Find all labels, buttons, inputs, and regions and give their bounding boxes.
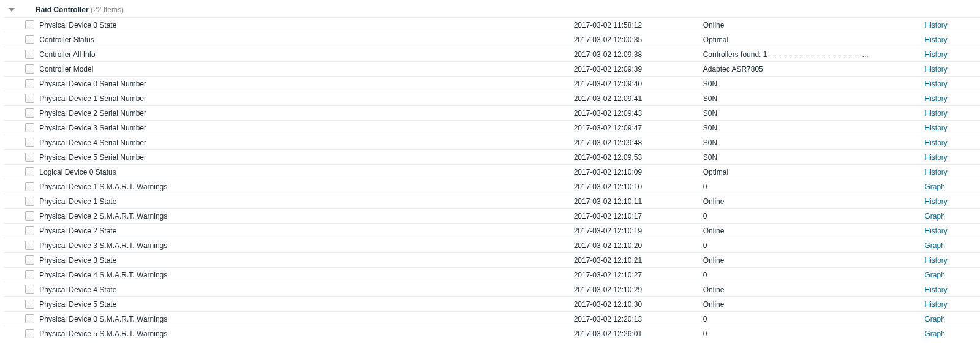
row-checkbox[interactable]: [25, 50, 34, 59]
row-checkbox[interactable]: [25, 285, 34, 294]
item-timestamp: 2017-03-02 12:10:09: [574, 165, 703, 179]
graph-link[interactable]: Graph: [925, 271, 945, 279]
item-timestamp: 2017-03-02 11:58:12: [574, 18, 703, 32]
row-checkbox[interactable]: [25, 79, 34, 88]
history-link[interactable]: History: [925, 197, 948, 206]
item-name: Physical Device 2 S.M.A.R.T. Warnings: [38, 209, 573, 224]
group-title-text: Raid Controller: [36, 6, 89, 14]
item-timestamp: 2017-03-02 12:10:21: [574, 253, 703, 268]
table-row: Physical Device 0 State2017-03-02 11:58:…: [4, 18, 980, 32]
item-value: 0: [703, 326, 925, 341]
history-link[interactable]: History: [925, 168, 948, 176]
history-link[interactable]: History: [925, 36, 948, 44]
item-name: Physical Device 0 Serial Number: [38, 77, 573, 91]
items-table: Physical Device 0 State2017-03-02 11:58:…: [4, 17, 980, 341]
row-checkbox[interactable]: [25, 153, 34, 162]
history-link[interactable]: History: [925, 50, 948, 59]
item-value: Online: [703, 297, 925, 312]
row-checkbox[interactable]: [25, 35, 34, 44]
item-value: Optimal: [703, 165, 925, 179]
item-timestamp: 2017-03-02 12:09:53: [574, 150, 703, 165]
item-timestamp: 2017-03-02 12:09:38: [574, 47, 703, 62]
table-row: Controller Model2017-03-02 12:09:39Adapt…: [4, 62, 980, 77]
item-name: Physical Device 0 State: [38, 18, 573, 32]
item-timestamp: 2017-03-02 12:09:48: [574, 135, 703, 150]
table-row: Physical Device 0 S.M.A.R.T. Warnings201…: [4, 312, 980, 326]
table-row: Physical Device 3 S.M.A.R.T. Warnings201…: [4, 238, 980, 253]
table-row: Physical Device 2 Serial Number2017-03-0…: [4, 106, 980, 121]
item-name: Physical Device 5 S.M.A.R.T. Warnings: [38, 326, 573, 341]
row-checkbox[interactable]: [25, 94, 34, 103]
item-name: Physical Device 2 State: [38, 224, 573, 238]
graph-link[interactable]: Graph: [925, 315, 945, 323]
item-value: S0N: [703, 77, 925, 91]
item-value: Online: [703, 282, 925, 297]
item-timestamp: 2017-03-02 12:09:43: [574, 106, 703, 121]
row-checkbox[interactable]: [25, 197, 34, 206]
graph-link[interactable]: Graph: [925, 212, 945, 221]
item-timestamp: 2017-03-02 12:09:40: [574, 77, 703, 91]
history-link[interactable]: History: [925, 300, 948, 309]
item-name: Physical Device 1 State: [38, 194, 573, 209]
item-timestamp: 2017-03-02 12:09:41: [574, 91, 703, 106]
row-checkbox[interactable]: [25, 329, 34, 338]
table-row: Physical Device 1 S.M.A.R.T. Warnings201…: [4, 179, 980, 194]
item-value: S0N: [703, 150, 925, 165]
row-checkbox[interactable]: [25, 64, 34, 74]
history-link[interactable]: History: [925, 227, 948, 235]
item-name: Physical Device 3 Serial Number: [38, 121, 573, 135]
item-value: Online: [703, 18, 925, 32]
row-checkbox[interactable]: [25, 108, 34, 118]
graph-link[interactable]: Graph: [925, 241, 945, 250]
graph-link[interactable]: Graph: [925, 183, 945, 191]
table-row: Physical Device 5 State2017-03-02 12:10:…: [4, 297, 980, 312]
row-checkbox[interactable]: [25, 300, 34, 309]
item-name: Physical Device 3 State: [38, 253, 573, 268]
history-link[interactable]: History: [925, 80, 948, 88]
table-row: Physical Device 4 Serial Number2017-03-0…: [4, 135, 980, 150]
item-timestamp: 2017-03-02 12:10:11: [574, 194, 703, 209]
table-row: Controller Status2017-03-02 12:00:35Opti…: [4, 32, 980, 47]
row-checkbox[interactable]: [25, 167, 34, 176]
row-checkbox[interactable]: [25, 182, 34, 191]
row-checkbox[interactable]: [25, 241, 34, 250]
table-row: Physical Device 3 State2017-03-02 12:10:…: [4, 253, 980, 268]
row-checkbox[interactable]: [25, 270, 34, 279]
item-name: Controller All Info: [38, 47, 573, 62]
item-timestamp: 2017-03-02 12:00:35: [574, 32, 703, 47]
row-checkbox[interactable]: [25, 138, 34, 147]
group-title: Raid Controller (22 Items): [36, 6, 124, 14]
item-timestamp: 2017-03-02 12:10:29: [574, 282, 703, 297]
history-link[interactable]: History: [925, 138, 948, 147]
table-row: Physical Device 1 State2017-03-02 12:10:…: [4, 194, 980, 209]
item-value: 0: [703, 238, 925, 253]
row-checkbox[interactable]: [25, 123, 34, 132]
table-row: Physical Device 2 S.M.A.R.T. Warnings201…: [4, 209, 980, 224]
item-name: Physical Device 4 Serial Number: [38, 135, 573, 150]
row-checkbox[interactable]: [25, 255, 34, 265]
item-value: 0: [703, 312, 925, 326]
item-value: S0N: [703, 106, 925, 121]
item-value: 0: [703, 179, 925, 194]
row-checkbox[interactable]: [25, 226, 34, 235]
collapse-arrow-icon[interactable]: [9, 8, 15, 12]
history-link[interactable]: History: [925, 256, 948, 265]
graph-link[interactable]: Graph: [925, 330, 945, 338]
item-value: Optimal: [703, 32, 925, 47]
history-link[interactable]: History: [925, 21, 948, 29]
item-value: Online: [703, 194, 925, 209]
item-value: Controllers found: 1 -------------------…: [703, 47, 925, 62]
item-value: Online: [703, 253, 925, 268]
history-link[interactable]: History: [925, 65, 948, 74]
history-link[interactable]: History: [925, 94, 948, 103]
item-timestamp: 2017-03-02 12:10:20: [574, 238, 703, 253]
row-checkbox[interactable]: [25, 314, 34, 323]
history-link[interactable]: History: [925, 109, 948, 118]
history-link[interactable]: History: [925, 285, 948, 294]
item-name: Controller Model: [38, 62, 573, 77]
row-checkbox[interactable]: [25, 211, 34, 221]
row-checkbox[interactable]: [25, 20, 34, 29]
item-name: Physical Device 2 Serial Number: [38, 106, 573, 121]
history-link[interactable]: History: [925, 153, 948, 162]
history-link[interactable]: History: [925, 124, 948, 132]
